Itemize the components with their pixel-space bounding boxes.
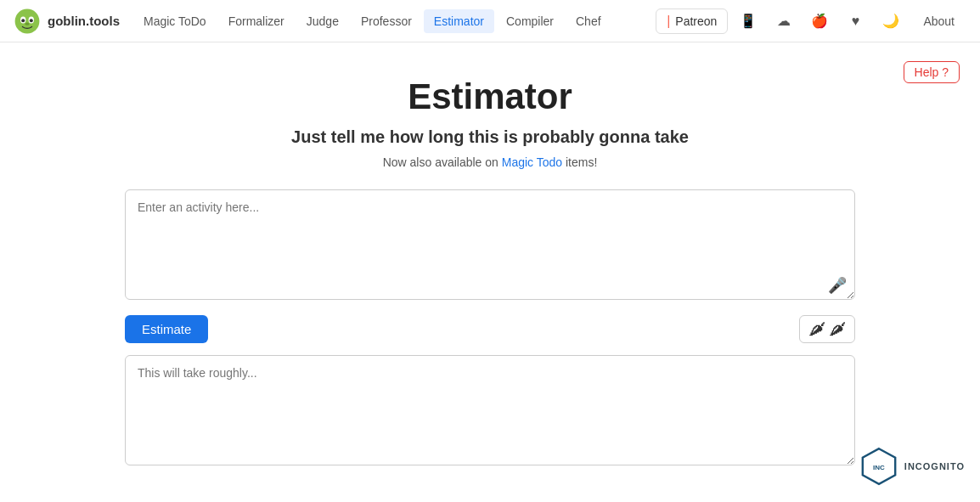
incognito-hex-icon: INC (859, 446, 899, 487)
brand-name: goblin.tools (48, 14, 120, 28)
about-button[interactable]: About (911, 9, 966, 33)
nav-chef[interactable]: Chef (566, 9, 611, 33)
moon-icon: 🌙 (882, 13, 899, 29)
phone-icon: 📱 (740, 13, 757, 29)
activity-input-wrapper: 🎤 (125, 189, 855, 303)
chili-icon-2: 🌶 (829, 319, 846, 339)
svg-text:INC: INC (873, 464, 885, 471)
magic-todo-link[interactable]: Magic Todo (502, 155, 562, 169)
patreon-icon: | (667, 14, 670, 29)
nav-compiler[interactable]: Compiler (496, 9, 564, 33)
incognito-badge: INC INCOGNITO (859, 446, 965, 487)
output-field[interactable] (125, 355, 855, 465)
svg-point-5 (25, 22, 30, 25)
chili-icon-1: 🌶 (808, 319, 825, 339)
heart-icon-button[interactable]: ♥ (840, 6, 870, 37)
svg-point-3 (21, 19, 25, 22)
nav-links: Magic ToDo Formalizer Judge Professor Es… (133, 9, 656, 33)
nav-judge[interactable]: Judge (296, 9, 349, 33)
nav-right: | Patreon 📱 ☁ 🍎 ♥ 🌙 About (656, 6, 966, 37)
nav-estimator[interactable]: Estimator (424, 9, 494, 33)
output-wrapper (125, 355, 855, 469)
brand-logo-link[interactable]: goblin.tools (14, 8, 120, 35)
help-button[interactable]: Help ? (904, 61, 960, 83)
page-title: Estimator (125, 76, 855, 117)
patreon-button[interactable]: | Patreon (656, 8, 728, 34)
incognito-label: INCOGNITO (904, 461, 965, 471)
cloud-icon-button[interactable]: ☁ (769, 6, 799, 37)
estimate-button[interactable]: Estimate (125, 315, 208, 343)
page-note: Now also available on Magic Todo items! (125, 155, 855, 169)
apple-icon-button[interactable]: 🍎 (804, 6, 835, 37)
patreon-label: Patreon (675, 14, 717, 28)
svg-point-0 (15, 8, 40, 33)
cloud-icon: ☁ (777, 13, 791, 29)
note-suffix: items! (562, 155, 597, 169)
page-subtitle: Just tell me how long this is probably g… (125, 127, 855, 147)
nav-magic-todo[interactable]: Magic ToDo (133, 9, 217, 33)
apple-icon: 🍎 (811, 13, 828, 29)
heart-icon: ♥ (852, 14, 860, 29)
svg-point-4 (30, 19, 33, 22)
controls-row: Estimate 🌶 🌶 (125, 315, 855, 343)
main-content: Estimator Just tell me how long this is … (108, 42, 872, 498)
dark-mode-button[interactable]: 🌙 (876, 6, 906, 37)
navbar: goblin.tools Magic ToDo Formalizer Judge… (0, 0, 980, 42)
goblin-logo-icon (14, 8, 41, 35)
activity-input[interactable] (125, 189, 855, 300)
phone-icon-button[interactable]: 📱 (733, 6, 763, 37)
nav-professor[interactable]: Professor (351, 9, 422, 33)
nav-formalizer[interactable]: Formalizer (218, 9, 295, 33)
spice-selector[interactable]: 🌶 🌶 (799, 315, 855, 343)
note-prefix: Now also available on (383, 155, 502, 169)
